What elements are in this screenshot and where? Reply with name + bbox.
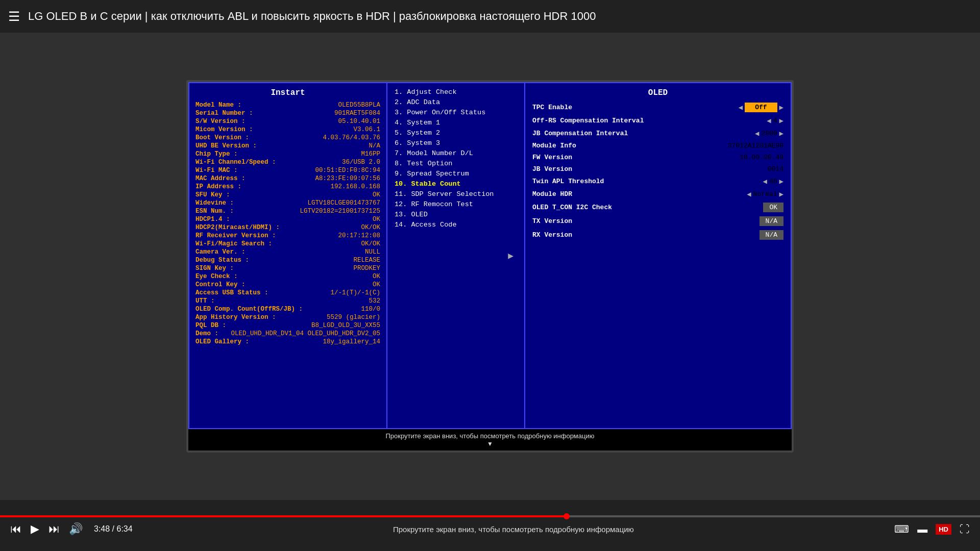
menu-item[interactable]: 13. OLED [395, 211, 517, 218]
left-panel: Instart Model Name :OLED55B8PLASerial Nu… [188, 82, 387, 429]
scroll-indicator: Прокрутите экран вниз, чтобы посмотреть … [188, 429, 792, 450]
info-row: HDCP2(Miracast/HDMI) :OK/OK [195, 224, 380, 231]
middle-panel[interactable]: 1. Adjust Check2. ADC Data3. Power On/Of… [387, 82, 525, 429]
setting-row: FW Version10.00.00.40 [532, 154, 783, 161]
info-label: Chip Type : [195, 151, 238, 158]
info-label: MAC Address : [195, 175, 246, 182]
left-arrow-icon[interactable]: ◀ [767, 116, 771, 125]
info-row: RF Receiver Version :20:17:12:08 [195, 232, 380, 239]
info-label: Wi-Fi/Magic Search : [195, 240, 272, 247]
info-label: Boot Version : [195, 134, 249, 141]
info-row: OLED Comp. Count(OffRS/JB) :110/0 [195, 306, 380, 313]
setting-row: TX VersionN/A [532, 216, 783, 226]
topbar: ☰ LG OLED B и C серии | как отключить AB… [0, 0, 980, 33]
scroll-text: Прокрутите экран вниз, чтобы посмотреть … [386, 432, 595, 440]
setting-label: JB Version [532, 165, 572, 173]
menu-item[interactable]: 11. SDP Server Selection [395, 190, 517, 198]
info-row: Access USB Status :1/-1(T)/-1(C) [195, 289, 380, 296]
skip-back-button[interactable]: ⏮ [10, 522, 21, 536]
info-value: 5529 (glacier) [327, 314, 380, 321]
info-value: B8_LGD_OLD_3U_XX55 [311, 322, 380, 329]
info-value: OK [373, 191, 380, 198]
info-value: OLED55B8PLA [338, 102, 380, 109]
info-value: 192.168.0.168 [330, 183, 380, 190]
time-display: 3:48 / 6:34 [94, 524, 133, 534]
menu-item[interactable]: 4. System 1 [395, 119, 517, 127]
info-value: 00:51:ED:F0:8C:94 [315, 167, 380, 174]
setting-display-value: OK [763, 203, 783, 212]
subtitles-icon[interactable]: ▬ [917, 523, 927, 535]
menu-item[interactable]: 6. System 3 [395, 139, 517, 147]
play-button[interactable]: ▶ [31, 522, 39, 536]
menu-item[interactable]: 8. Test Option [395, 160, 517, 167]
left-arrow-icon[interactable]: ◀ [739, 103, 743, 112]
info-row: Chip Type :M16PP [195, 151, 380, 158]
progress-bar[interactable] [0, 515, 980, 517]
setting-display-value: N/A [760, 216, 783, 226]
right-arrow-icon[interactable]: ▶ [779, 177, 783, 186]
info-value: 110/0 [361, 306, 380, 313]
left-arrow-icon[interactable]: ◀ [747, 190, 751, 198]
menu-item[interactable]: 2. ADC Data [395, 98, 517, 106]
info-row: SIGN Key :PRODKEY [195, 265, 380, 272]
info-label: SIGN Key : [195, 265, 234, 272]
setting-label: TPC Enable [532, 104, 572, 111]
menu-item[interactable]: 3. Power On/Off Status [395, 109, 517, 116]
info-label: Serial Number : [195, 110, 253, 117]
info-row: Control Key :OK [195, 281, 380, 288]
info-row: UTT :532 [195, 297, 380, 305]
setting-row: TPC Enable◀Off▶ [532, 103, 783, 112]
setting-value: ◀48▶ [763, 177, 783, 186]
info-row: Widevine :LGTV18CLGE001473767 [195, 199, 380, 207]
right-arrow-icon[interactable]: ▶ [779, 103, 783, 112]
menu-item[interactable]: 5. System 2 [395, 129, 517, 137]
info-label: OLED Gallery : [195, 338, 249, 345]
info-label: Wi-Fi MAC : [195, 167, 238, 174]
info-row: Wi-Fi MAC :00:51:ED:F0:8C:94 [195, 167, 380, 174]
info-row: HDCP1.4 :OK [195, 216, 380, 223]
right-panel-title: OLED [532, 88, 783, 97]
menu-item[interactable]: 10. Stable Count [395, 180, 517, 188]
keyboard-icon[interactable]: ⌨ [894, 523, 909, 535]
info-row: Eye Check :OK [195, 273, 380, 280]
info-value: N/A [369, 142, 380, 149]
menu-item[interactable]: 12. RF Remocon Test [395, 201, 517, 208]
setting-display-value: N/A [760, 230, 783, 240]
info-row: Micom Version :V3.06.1 [195, 126, 380, 133]
fullscreen-icon[interactable]: ⛶ [960, 523, 970, 535]
setting-label: RX Version [532, 231, 572, 239]
setting-label: Twin APL Threshold [532, 178, 604, 185]
left-arrow-icon[interactable]: ◀ [755, 129, 759, 138]
info-value: 36/USB 2.0 [342, 159, 380, 166]
menu-item[interactable]: 7. Model Number D/L [395, 149, 517, 157]
info-label: OLED Comp. Count(OffRS/JB) : [195, 306, 303, 313]
setting-row: Twin APL Threshold◀48▶ [532, 177, 783, 186]
setting-display-value: 2000 [761, 130, 777, 137]
info-rows-container: Model Name :OLED55B8PLASerial Number :90… [195, 102, 380, 345]
setting-display-value: Off [745, 103, 777, 112]
info-row: SFU Key :OK [195, 191, 380, 198]
right-arrow-icon[interactable]: ▶ [779, 190, 783, 198]
setting-display-value: 4 [773, 117, 777, 124]
progress-fill [0, 515, 567, 517]
info-label: SFU Key : [195, 191, 230, 198]
setting-display-value: Normal [753, 190, 777, 198]
right-arrow-icon[interactable]: ▶ [779, 116, 783, 125]
menu-item[interactable]: 14. Access Code [395, 221, 517, 229]
info-label: Camera Ver. : [195, 248, 246, 256]
skip-forward-button[interactable]: ⏭ [48, 522, 60, 536]
info-value: V3.06.1 [353, 126, 380, 133]
setting-label: FW Version [532, 154, 572, 161]
volume-button[interactable]: 🔊 [69, 522, 83, 536]
progress-dot [564, 513, 570, 519]
left-arrow-icon[interactable]: ◀ [763, 177, 767, 186]
setting-label: Module Info [532, 142, 576, 149]
right-panel: OLED TPC Enable◀Off▶Off-RS Compensation … [525, 82, 792, 429]
setting-label: JB Compensation Interval [532, 130, 628, 137]
menu-item[interactable]: 1. Adjust Check [395, 88, 517, 96]
left-panel-title: Instart [195, 88, 380, 97]
info-row: Wi-Fi Channel/Speed :36/USB 2.0 [195, 159, 380, 166]
menu-icon[interactable]: ☰ [8, 9, 20, 24]
right-arrow-icon[interactable]: ▶ [779, 129, 783, 138]
menu-item[interactable]: 9. Spread Spectrum [395, 170, 517, 178]
